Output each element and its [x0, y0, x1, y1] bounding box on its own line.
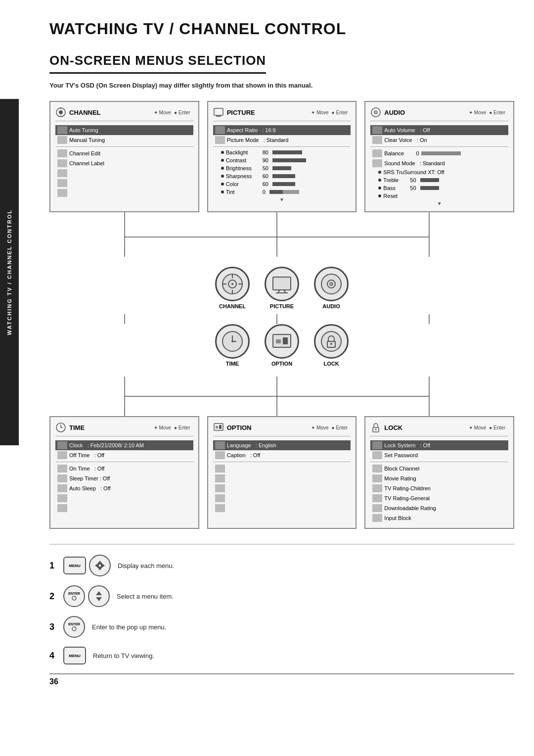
channel-title: CHANNEL: [69, 109, 101, 116]
instruction-3-text: Enter to the pop up menu.: [92, 623, 166, 631]
lock-movierating[interactable]: Movie Rating: [370, 473, 508, 483]
option-panel: OPTION ✦ Move● Enter Language : English …: [207, 416, 357, 529]
picture-contrast: Contrast 90: [213, 156, 351, 164]
lock-row-icon-6: [372, 494, 382, 502]
option-language[interactable]: Language : English: [213, 440, 351, 450]
channel-item-edit[interactable]: Channel Edit: [55, 148, 193, 158]
svg-rect-4: [214, 108, 223, 115]
channel-item-autotuning[interactable]: Auto Tuning: [55, 125, 193, 135]
audio-soundmode[interactable]: Sound Mode : Standard: [370, 158, 508, 168]
svg-point-68: [72, 627, 76, 631]
enter-button-3[interactable]: ENTER: [63, 616, 85, 638]
instruction-number-1: 1: [49, 561, 56, 571]
main-content: WATCHING TV / CHANNEL CONTROL ON-SCREEN …: [25, 0, 534, 706]
svg-point-1: [59, 110, 63, 114]
instruction-1-buttons: MENU: [63, 555, 111, 576]
bullet-backlight: [221, 151, 224, 154]
channel-panel-header: CHANNEL ✦ Move● Enter: [55, 107, 193, 121]
second-icon-lock: LOCK: [314, 324, 349, 367]
audio-autovolume[interactable]: Auto Volume : Off: [370, 125, 508, 135]
option-panel-header: OPTION ✦ Move● Enter: [213, 422, 351, 436]
option-item-5: [213, 483, 351, 493]
option-item-3: [213, 464, 351, 473]
lock-downloadable[interactable]: Downloadable Rating: [370, 503, 508, 513]
bullet-sharpness: [221, 175, 224, 178]
audio-clearvoice[interactable]: Clear Voice : On: [370, 135, 508, 145]
bar-balance: [421, 151, 461, 155]
time-panel-header: TIME ✦ Move● Enter: [55, 422, 193, 436]
audio-balance[interactable]: Balance 0: [370, 148, 508, 158]
lock-row-icon-1: [372, 441, 382, 449]
center-audio-label: AUDIO: [322, 303, 340, 309]
lock-blockchannel[interactable]: Block Channel: [370, 464, 508, 473]
time-clock[interactable]: Clock : Feb/21/2008/ 2:10 AM: [55, 440, 193, 450]
channel-item-label[interactable]: Channel Label: [55, 158, 193, 168]
section-title: ON-SCREEN MENUS SELECTION: [49, 53, 266, 74]
lock-tvgeneral[interactable]: TV Rating-General: [370, 493, 508, 503]
lock-tvchildren[interactable]: TV Rating-Children: [370, 483, 508, 493]
bar-backlight: [272, 150, 302, 154]
audio-row-icon-1: [372, 126, 382, 134]
channel-item-manualtuning[interactable]: Manual Tuning: [55, 135, 193, 145]
lock-panel-header: LOCK ✦ Move● Enter: [370, 422, 508, 436]
instruction-4: 4 MENU Return to TV viewing.: [49, 647, 514, 664]
option-icon: [213, 422, 224, 433]
instruction-number-4: 4: [49, 651, 56, 661]
bar-bass: [420, 186, 439, 190]
arrow-button-1[interactable]: [89, 555, 111, 576]
channel-row-icon-3: [57, 149, 67, 157]
channel-row-icon-5: [57, 169, 67, 177]
svg-point-60: [375, 429, 377, 430]
option-row-icon-2: [215, 451, 225, 459]
bar-sharpness: [272, 174, 295, 178]
time-sleep[interactable]: Sleep Timer : Off: [55, 473, 193, 483]
arrow-button-2[interactable]: [88, 585, 110, 607]
bullet-srs: [378, 171, 381, 174]
instruction-4-text: Return to TV viewing.: [93, 652, 154, 660]
time-autosleep[interactable]: Auto Sleep : Off: [55, 483, 193, 493]
lock-inputblock[interactable]: Input Block: [370, 513, 508, 523]
instruction-number-2: 2: [49, 591, 56, 602]
lock-system[interactable]: Lock System : Off: [370, 440, 508, 450]
second-time-label: TIME: [226, 361, 239, 367]
channel-item-5: [55, 168, 193, 178]
svg-rect-42: [283, 337, 288, 344]
time-row-icon-7: [57, 504, 67, 512]
channel-item-7: [55, 188, 193, 198]
second-option-label: OPTION: [271, 361, 292, 367]
time-ontime[interactable]: On Time : Off: [55, 464, 193, 473]
picture-brightness: Brightness 50: [213, 164, 351, 172]
picture-aspect[interactable]: Aspect Ratio : 16:9: [213, 125, 351, 135]
sidebar-text: WATCHING TV / CHANNEL CONTROL: [6, 209, 12, 335]
mid-connectors: [49, 314, 524, 324]
sidebar: WATCHING TV / CHANNEL CONTROL: [0, 99, 19, 445]
audio-treble: Treble 50: [370, 176, 508, 184]
enter-button-2[interactable]: ENTER: [63, 585, 85, 607]
channel-big-icon: [215, 267, 250, 301]
channel-row-icon-6: [57, 179, 67, 187]
picture-tint: Tint 0: [213, 188, 351, 196]
menu-button-1[interactable]: MENU: [63, 557, 86, 574]
lock-sep: [370, 462, 508, 462]
bullet-tint: [221, 190, 224, 193]
svg-point-45: [330, 343, 332, 345]
option-caption[interactable]: Caption : Off: [213, 450, 351, 460]
picture-more-indicator: ▼: [213, 197, 351, 202]
picture-mode[interactable]: Picture Mode : Standard: [213, 135, 351, 145]
intro-text: Your TV's OSD (On Screen Display) may di…: [49, 82, 514, 89]
bullet-reset: [378, 194, 381, 197]
svg-rect-25: [273, 277, 291, 290]
option-sep: [213, 462, 351, 462]
audio-panel: AUDIO ✦ Move● Enter Auto Volume : Off Cl…: [364, 101, 514, 212]
lock-title: LOCK: [384, 424, 402, 431]
bullet-color: [221, 183, 224, 186]
menu-button-4[interactable]: MENU: [63, 647, 86, 664]
lock-setpassword[interactable]: Set Password: [370, 450, 508, 460]
time-item-6: [55, 493, 193, 503]
bar-color: [272, 182, 295, 186]
time-offtime[interactable]: Off Time : Off: [55, 450, 193, 460]
time-row-icon-4: [57, 474, 67, 482]
instructions-section: 1 MENU Display each menu. 2: [49, 544, 514, 664]
option-row-icon-7: [215, 504, 225, 512]
bar-brightness: [272, 166, 291, 170]
